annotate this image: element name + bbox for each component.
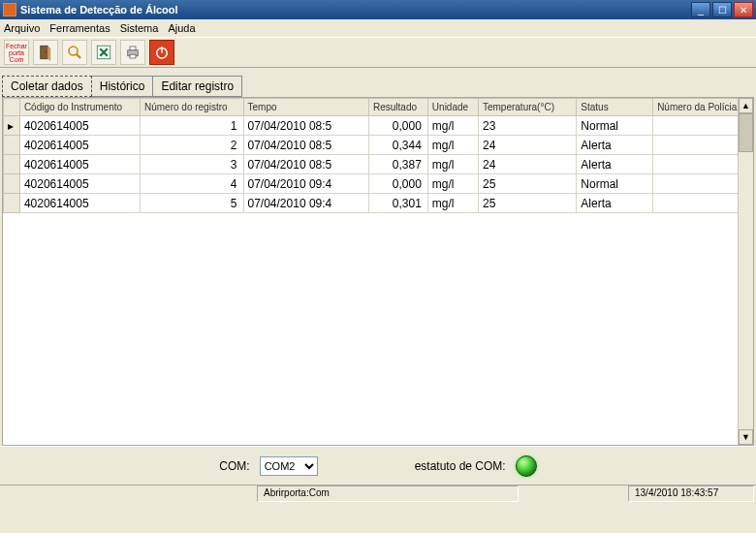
- cell-instr: 4020614005: [19, 174, 140, 194]
- col-unidade[interactable]: Unidade: [427, 99, 478, 116]
- status-bar: Abrirporta:Com 13/4/2010 18:43:57: [0, 485, 756, 502]
- tab-historico[interactable]: Histórico: [91, 76, 154, 97]
- table-row[interactable]: 4020614005407/04/2010 09:40,000mg/l25Nor…: [4, 174, 753, 194]
- cell-temp: 25: [478, 174, 576, 194]
- row-indicator: ▸: [4, 116, 20, 136]
- col-temperatura[interactable]: Temperatura(°C): [478, 99, 576, 116]
- cell-instr: 4020614005: [19, 155, 140, 174]
- power-button[interactable]: [149, 40, 174, 65]
- cell-status: Alerta: [577, 136, 653, 155]
- door-button[interactable]: [33, 40, 58, 65]
- cell-res: 0,387: [369, 155, 428, 174]
- com-panel: COM: COM2 estatuto de COM:: [0, 446, 756, 485]
- col-registro[interactable]: Número do registro: [140, 99, 243, 116]
- com-status-led: [516, 455, 537, 477]
- table-row[interactable]: 4020614005207/04/2010 08:50,344mg/l24Ale…: [4, 136, 753, 155]
- print-button[interactable]: [120, 40, 145, 65]
- col-instrument[interactable]: Código do Instrumento: [19, 99, 140, 116]
- scroll-down-arrow[interactable]: ▼: [739, 429, 753, 445]
- cell-status: Normal: [577, 116, 653, 136]
- svg-rect-0: [41, 46, 48, 59]
- scroll-thumb[interactable]: [739, 113, 753, 152]
- row-indicator: [4, 174, 20, 194]
- cell-tempo: 07/04/2010 09:4: [243, 194, 369, 213]
- cell-status: Alerta: [577, 155, 653, 174]
- tab-editar-registro[interactable]: Editar registro: [152, 76, 242, 97]
- cell-temp: 23: [478, 116, 576, 136]
- excel-icon: [95, 44, 112, 61]
- close-button[interactable]: ✕: [734, 2, 753, 17]
- menu-bar: Arquivo Ferramentas Sistema Ajuda: [0, 19, 756, 37]
- row-indicator: [4, 136, 20, 155]
- cell-tempo: 07/04/2010 08:5: [243, 155, 369, 174]
- cell-temp: 25: [478, 194, 576, 213]
- cell-status: Alerta: [577, 194, 653, 213]
- excel-button[interactable]: [91, 40, 116, 65]
- com-label: COM:: [219, 459, 249, 473]
- cell-reg: 1: [140, 116, 243, 136]
- window-title: Sistema de Detecção de Álcool: [20, 4, 691, 16]
- cell-temp: 24: [478, 136, 576, 155]
- title-bar: Sistema de Detecção de Álcool _ ☐ ✕: [0, 0, 756, 19]
- svg-line-3: [77, 54, 81, 59]
- svg-rect-6: [130, 47, 136, 50]
- cell-tempo: 07/04/2010 09:4: [243, 174, 369, 194]
- table-row[interactable]: ▸4020614005107/04/2010 08:50,000mg/l23No…: [4, 116, 753, 136]
- col-tempo[interactable]: Tempo: [243, 99, 369, 116]
- cell-res: 0,301: [369, 194, 428, 213]
- scroll-up-arrow[interactable]: ▲: [739, 98, 753, 113]
- vertical-scrollbar[interactable]: ▲ ▼: [738, 98, 753, 445]
- door-icon: [37, 44, 54, 61]
- menu-arquivo[interactable]: Arquivo: [4, 22, 40, 34]
- status-time: 13/4/2010 18:43:57: [628, 486, 754, 502]
- col-resultado[interactable]: Resultado: [369, 99, 428, 116]
- row-indicator: [4, 155, 20, 174]
- menu-sistema[interactable]: Sistema: [120, 22, 159, 34]
- cell-uni: mg/l: [427, 174, 478, 194]
- cell-uni: mg/l: [427, 116, 478, 136]
- close-com-port-button[interactable]: FecharportaCom: [4, 40, 29, 65]
- cell-status: Normal: [577, 174, 653, 194]
- com-status-label: estatuto de COM:: [415, 459, 506, 473]
- power-icon: [153, 44, 171, 61]
- cell-reg: 3: [140, 155, 243, 174]
- cell-uni: mg/l: [427, 194, 478, 213]
- app-icon: [3, 3, 16, 16]
- header-row: Código do Instrumento Número do registro…: [4, 99, 753, 116]
- magnifier-icon: [66, 44, 83, 61]
- minimize-button[interactable]: _: [691, 2, 710, 17]
- tab-row: Coletar dados Histórico Editar registro: [0, 68, 756, 97]
- svg-point-1: [45, 51, 47, 53]
- menu-ferramentas[interactable]: Ferramentas: [49, 22, 110, 34]
- data-grid: Código do Instrumento Número do registro…: [2, 97, 754, 446]
- menu-ajuda[interactable]: Ajuda: [168, 22, 195, 34]
- toolbar: FecharportaCom: [0, 37, 756, 68]
- col-status[interactable]: Status: [577, 99, 653, 116]
- cell-tempo: 07/04/2010 08:5: [243, 116, 369, 136]
- cell-tempo: 07/04/2010 08:5: [243, 136, 369, 155]
- cell-reg: 4: [140, 174, 243, 194]
- table-row[interactable]: 4020614005307/04/2010 08:50,387mg/l24Ale…: [4, 155, 753, 174]
- maximize-button[interactable]: ☐: [712, 2, 732, 17]
- row-indicator: [4, 194, 20, 213]
- cell-res: 0,000: [369, 174, 428, 194]
- cell-reg: 5: [140, 194, 243, 213]
- cell-instr: 4020614005: [19, 116, 140, 136]
- printer-icon: [124, 44, 142, 61]
- search-button[interactable]: [62, 40, 87, 65]
- cell-temp: 24: [478, 155, 576, 174]
- status-port: Abrirporta:Com: [257, 486, 519, 502]
- svg-rect-7: [130, 54, 136, 58]
- cell-res: 0,000: [369, 116, 428, 136]
- tab-coletar-dados[interactable]: Coletar dados: [2, 76, 92, 97]
- table-row[interactable]: 4020614005507/04/2010 09:40,301mg/l25Ale…: [4, 194, 753, 213]
- row-indicator-header: [4, 99, 20, 116]
- cell-uni: mg/l: [427, 155, 478, 174]
- cell-instr: 4020614005: [19, 136, 140, 155]
- com-select[interactable]: COM2: [260, 456, 318, 476]
- cell-instr: 4020614005: [19, 194, 140, 213]
- cell-res: 0,344: [369, 136, 428, 155]
- cell-uni: mg/l: [427, 136, 478, 155]
- cell-reg: 2: [140, 136, 243, 155]
